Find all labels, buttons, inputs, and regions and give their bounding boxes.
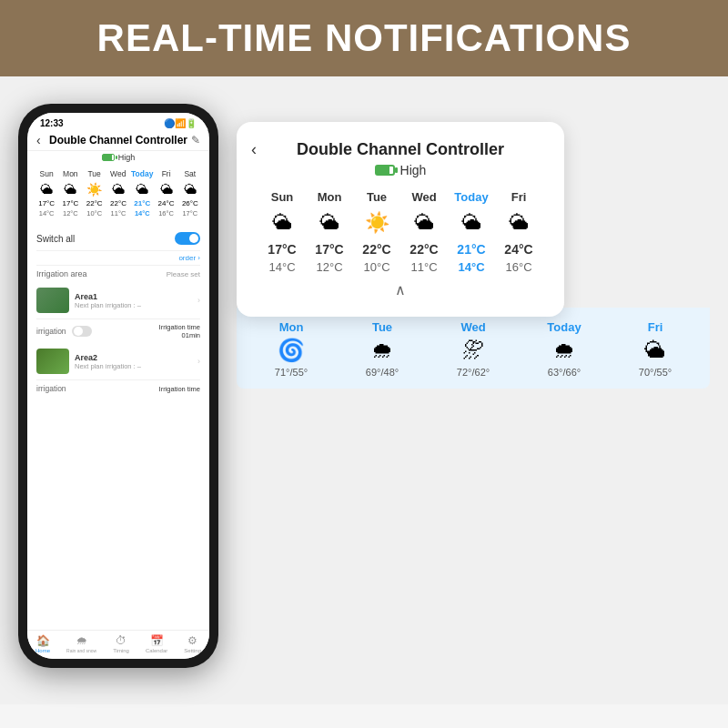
nav-home-label: Home: [35, 648, 50, 653]
popup-title: Double Channel Controller: [258, 140, 542, 159]
setting-icon: ⚙: [187, 634, 197, 647]
phone-day-5: Sat: [179, 169, 201, 178]
home-icon: 🏠: [36, 634, 50, 647]
phone-nav: 🏠 Home 🌧 Rain and snow ⏱ Timing 📅 Calend…: [27, 630, 209, 659]
nav-setting-label: Setting: [184, 648, 201, 653]
popup-battery-icon: [375, 165, 395, 176]
area1-irrigation-ctrl: irrigation Irrigation time 01min: [36, 319, 200, 343]
irrigation-area-label: Irrigation area: [36, 269, 87, 278]
area1-irrigation-time-label: Irrigation time: [159, 323, 200, 331]
area2-chevron: ›: [197, 357, 200, 366]
nav-timing-label: Timing: [113, 648, 129, 653]
popup-weather-days: Sun Mon Tue Wed Today Fri: [258, 190, 542, 204]
phone-day-3: Wed: [107, 169, 129, 178]
area1-irrigation-time: Irrigation time 01min: [159, 323, 200, 339]
popup-low-temps: 14°C 12°C 10°C 11°C 14°C 16°C: [258, 260, 542, 274]
phone-day-1: Mon: [59, 169, 81, 178]
nav-timing[interactable]: ⏱ Timing: [113, 634, 129, 653]
popup-day-mon: Mon: [307, 190, 352, 204]
popup-back-icon[interactable]: ‹: [251, 140, 257, 159]
forecast-mon: Mon 🌀 71°/55°: [264, 320, 318, 378]
area2-irrigation-time: Irrigation time: [159, 385, 200, 393]
forecast-fri: Fri 🌥 70°/55°: [628, 320, 682, 378]
phone-mockup: 12:33 🔵📶🔋 ‹ Double Channel Controller ✎ …: [18, 104, 218, 668]
switch-all-label: Switch all: [36, 234, 75, 244]
phone-high-temps: 17°C 17°C 22°C 22°C 21°C 24°C 26°C: [27, 198, 209, 208]
area1-thumbnail: [36, 288, 69, 313]
timing-icon: ⏱: [116, 634, 126, 647]
phone-body: Switch all order › Irrigation area Pleas…: [27, 221, 209, 630]
popup-signal-label: High: [400, 163, 427, 177]
area2-thumbnail: [36, 349, 69, 374]
phone-day-4: Fri: [156, 169, 177, 178]
popup-card: ‹ Double Channel Controller High Sun Mon…: [237, 122, 564, 317]
rain-icon: 🌧: [76, 634, 87, 647]
area1-sub: Next plan irrigation : –: [75, 301, 192, 309]
phone-day-0: Sun: [35, 169, 57, 178]
forecast-tue: Tue 🌧 69°/48°: [355, 320, 410, 378]
phone-title-bar: ‹ Double Channel Controller ✎: [27, 130, 209, 151]
phone-weather-days: Sun Mon Tue Wed Today Fri Sat: [27, 166, 209, 180]
phone-edit-icon[interactable]: ✎: [191, 134, 200, 147]
popup-signal-row: High: [258, 163, 542, 177]
area1-irrigation-toggle[interactable]: [72, 326, 92, 337]
irrigation-area-row: Irrigation area Please set: [36, 265, 200, 282]
header-title: REAL-TIME NOTIFICATIONS: [97, 16, 632, 59]
phone-screen: 12:33 🔵📶🔋 ‹ Double Channel Controller ✎ …: [27, 113, 209, 659]
area1-irrigation-label: irrigation: [36, 327, 66, 336]
phone-title: Double Channel Controller: [49, 134, 187, 147]
area2-irrigation-time-label: Irrigation time: [159, 385, 200, 393]
area1-irrigation-time-value: 01min: [159, 331, 200, 339]
phone-day-today: Today: [131, 169, 153, 178]
popup-high-temps: 17°C 17°C 22°C 22°C 21°C 24°C: [258, 242, 542, 257]
phone-status-icons: 🔵📶🔋: [164, 118, 197, 128]
forecast-wed: Wed ⛈ 72°/62°: [446, 320, 500, 378]
area2-irrigation-label: irrigation: [36, 384, 66, 393]
phone-time: 12:33: [40, 118, 64, 128]
area2-irrigation-ctrl: irrigation Irrigation time: [36, 380, 200, 397]
order-label[interactable]: order: [178, 254, 196, 262]
page-header: REAL-TIME NOTIFICATIONS: [0, 0, 728, 76]
phone-signal-label: High: [118, 153, 136, 162]
nav-home[interactable]: 🏠 Home: [35, 634, 50, 653]
popup-day-fri: Fri: [496, 190, 541, 204]
forecast-today: Today 🌧 63°/66°: [537, 320, 592, 378]
popup-day-wed: Wed: [401, 190, 447, 204]
nav-rain-label: Rain and snow: [66, 648, 96, 653]
nav-setting[interactable]: ⚙ Setting: [184, 634, 201, 653]
bottom-forecast: Mon 🌀 71°/55° Tue 🌧 69°/48° Wed ⛈ 72°/62…: [237, 308, 710, 389]
area1-info: Area1 Next plan irrigation : –: [75, 292, 192, 309]
phone-status-bar: 12:33 🔵📶🔋: [27, 113, 209, 130]
order-row: order ›: [36, 251, 200, 265]
popup-chevron-icon: ∧: [258, 281, 542, 298]
phone-low-temps: 14°C 12°C 10°C 11°C 14°C 16°C 17°C: [27, 208, 209, 221]
switch-all-toggle[interactable]: [175, 232, 200, 245]
phone-day-2: Tue: [84, 169, 106, 178]
area2-sub: Next plan irrigation : –: [75, 362, 192, 370]
area1-chevron: ›: [197, 296, 200, 305]
phone-back-icon[interactable]: ‹: [36, 133, 41, 147]
nav-calendar[interactable]: 📅 Calendar: [146, 634, 167, 653]
popup-day-sun: Sun: [259, 190, 305, 204]
switch-all-row: Switch all: [36, 227, 200, 251]
popup-day-tue: Tue: [354, 190, 399, 204]
main-content: 12:33 🔵📶🔋 ‹ Double Channel Controller ✎ …: [0, 76, 728, 704]
area2-item[interactable]: Area2 Next plan irrigation : – ›: [36, 343, 200, 380]
area1-name: Area1: [75, 292, 192, 301]
popup-weather-icons: 🌥 🌥 ☀️ 🌥 🌥 🌥: [258, 211, 542, 235]
area2-name: Area2: [75, 353, 192, 362]
popup-day-today: Today: [449, 190, 494, 204]
nav-calendar-label: Calendar: [146, 648, 167, 653]
phone-weather-icons: 🌥 🌥 ☀️ 🌥 🌥 🌥 🌥: [27, 180, 209, 198]
phone-battery-icon: [102, 154, 115, 161]
calendar-icon: 📅: [150, 634, 164, 647]
please-set-label[interactable]: Please set: [167, 270, 200, 278]
right-panel: ‹ Double Channel Controller High Sun Mon…: [237, 104, 710, 389]
area2-info: Area2 Next plan irrigation : –: [75, 353, 192, 370]
phone-signal-row: High: [27, 151, 209, 166]
area1-item[interactable]: Area1 Next plan irrigation : – ›: [36, 282, 200, 319]
nav-rain[interactable]: 🌧 Rain and snow: [66, 634, 96, 653]
